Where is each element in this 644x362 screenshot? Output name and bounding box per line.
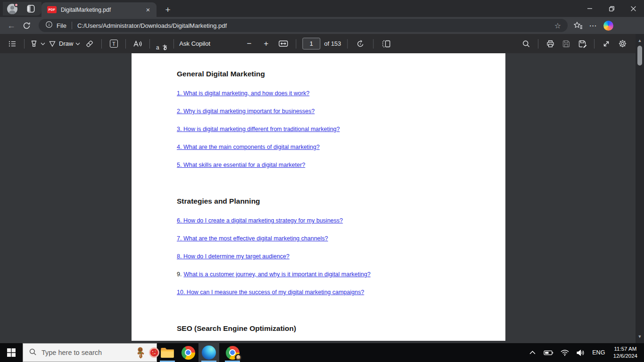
ask-copilot-button[interactable]: Ask Copilot	[179, 37, 210, 51]
question-link[interactable]: 10. How can I measure the success of my …	[177, 289, 364, 296]
question-row: 5. What skills are essential for a digit…	[177, 162, 477, 168]
start-button[interactable]	[0, 343, 23, 362]
navbar-right-buttons: ⋯	[570, 18, 616, 33]
question-link[interactable]: What is a customer journey, and why is i…	[183, 271, 370, 278]
refresh-button[interactable]	[19, 18, 34, 33]
scrollbar[interactable]: ▲ ▼	[636, 34, 644, 343]
profile-badge-icon	[235, 354, 242, 361]
window-restore-button[interactable]	[601, 0, 622, 17]
settings-gear-icon[interactable]	[616, 37, 629, 51]
zoom-out-button[interactable]: −	[242, 37, 256, 51]
highlight-tool-icon[interactable]	[30, 37, 45, 51]
seasonal-icons[interactable]	[134, 346, 160, 359]
address-divider	[72, 22, 72, 29]
save-icon[interactable]	[560, 37, 573, 51]
question-row: 4. What are the main components of digit…	[177, 144, 477, 150]
wifi-icon[interactable]	[558, 343, 572, 362]
pdf-toolbar: Draw T a Ask Copilot	[0, 34, 636, 53]
page-number-input[interactable]	[302, 38, 320, 49]
notification-dot-icon	[14, 3, 18, 7]
pdf-toolbar-center: − + of 153	[242, 37, 393, 51]
screen: PDF DigitalMarketing.pdf × + ← File	[0, 0, 644, 362]
back-button[interactable]: ←	[4, 18, 19, 33]
profile-avatar[interactable]	[7, 3, 18, 15]
question-link[interactable]: 8. How do I determine my target audience…	[177, 253, 289, 260]
profile-area	[3, 2, 41, 16]
window-minimize-button[interactable]	[579, 0, 601, 17]
section-heading: General Digital Marketing	[177, 69, 477, 79]
question-link[interactable]: 2. Why is digital marketing important fo…	[177, 108, 315, 115]
volume-icon[interactable]	[574, 343, 588, 362]
favorites-list-icon[interactable]	[570, 18, 586, 33]
question-row: 3. How is digital marketing different fr…	[177, 126, 477, 132]
fit-to-width-icon[interactable]	[276, 37, 289, 51]
scrollbar-thumb[interactable]	[637, 46, 642, 66]
language-indicator[interactable]: ENG	[590, 349, 608, 356]
clock-time: 11:57 AM	[613, 346, 637, 353]
toolbar-divider	[296, 39, 296, 49]
table-of-contents-icon[interactable]	[6, 37, 19, 51]
page-view-icon[interactable]	[380, 37, 393, 51]
pdf-toolbar-right	[520, 37, 629, 51]
add-text-icon[interactable]: T	[107, 37, 120, 51]
browser-menu-icon[interactable]: ⋯	[586, 18, 601, 33]
favorite-star-icon[interactable]: ☆	[553, 21, 563, 30]
toolbar-divider	[538, 39, 538, 49]
toolbar-divider	[173, 39, 174, 49]
taskbar-file-explorer[interactable]	[157, 343, 178, 362]
taskbar-edge-active[interactable]	[198, 343, 219, 362]
taskbar-chrome-profile[interactable]	[222, 343, 243, 362]
tab-close-icon[interactable]: ×	[143, 5, 153, 15]
pen-nib-icon	[48, 40, 57, 48]
question-number: 9.	[177, 271, 182, 278]
question-row: 1. What is digital marketing, and how do…	[177, 90, 477, 97]
browser-navbar: ← File C:/Users/Administrator/Downloads/…	[0, 17, 644, 34]
taskbar: ENG 11:57 AM 12/6/2024	[0, 343, 644, 362]
copilot-icon[interactable]	[601, 18, 616, 33]
address-bar[interactable]: File C:/Users/Administrator/Downloads/Di…	[39, 19, 568, 32]
new-tab-button[interactable]: +	[161, 3, 174, 16]
clock-date: 12/6/2024	[613, 353, 637, 360]
search-icon[interactable]	[520, 37, 533, 51]
rotate-icon[interactable]	[354, 37, 367, 51]
chevron-down-icon	[75, 42, 80, 45]
draw-label: Draw	[59, 40, 73, 47]
taskbar-chrome[interactable]	[178, 343, 198, 362]
question-row: 6. How do I create a digital marketing s…	[177, 217, 477, 224]
taskbar-clock[interactable]: 11:57 AM 12/6/2024	[610, 346, 641, 360]
question-link[interactable]: 5. What skills are essential for a digit…	[177, 162, 305, 168]
toolbar-divider	[347, 39, 348, 49]
browser-tab[interactable]: PDF DigitalMarketing.pdf ×	[41, 2, 157, 17]
window-close-button[interactable]	[622, 0, 644, 17]
pdf-toolbar-left: Draw T a Ask Copilot	[0, 37, 210, 51]
read-aloud-icon[interactable]	[131, 37, 144, 51]
print-icon[interactable]	[544, 37, 557, 51]
question-link[interactable]: 7. What are the most effective digital m…	[177, 235, 328, 242]
eraser-icon[interactable]	[83, 37, 96, 51]
chevron-down-icon	[41, 42, 45, 45]
section-heading: Strategies and Planning	[177, 197, 477, 206]
hidden-icons-chevron[interactable]	[526, 343, 540, 362]
address-url: C:/Users/Administrator/Downloads/Digital…	[77, 22, 553, 29]
workspaces-icon[interactable]	[25, 3, 37, 15]
info-icon[interactable]	[45, 21, 53, 30]
battery-icon[interactable]	[542, 343, 556, 362]
scroll-up-icon[interactable]: ▲	[638, 37, 642, 44]
window-controls	[579, 0, 644, 17]
translate-icon[interactable]: a	[155, 37, 168, 51]
toolbar-divider	[594, 39, 594, 49]
question-row: 9.What is a customer journey, and why is…	[177, 271, 477, 278]
draw-tool-button[interactable]: Draw	[48, 37, 80, 51]
taskbar-search-input[interactable]	[41, 349, 130, 356]
question-link[interactable]: 1. What is digital marketing, and how do…	[177, 90, 309, 97]
zoom-in-button[interactable]: +	[259, 37, 272, 51]
toolbar-divider	[24, 39, 25, 49]
question-link[interactable]: 3. How is digital marketing different fr…	[177, 126, 340, 132]
save-as-icon[interactable]	[576, 37, 589, 51]
taskbar-search[interactable]	[23, 343, 157, 362]
fullscreen-icon[interactable]	[600, 37, 613, 51]
question-row: 8. How do I determine my target audience…	[177, 253, 477, 260]
question-link[interactable]: 6. How do I create a digital marketing s…	[177, 217, 343, 224]
scroll-down-icon[interactable]: ▼	[638, 333, 642, 340]
question-link[interactable]: 4. What are the main components of digit…	[177, 144, 320, 150]
